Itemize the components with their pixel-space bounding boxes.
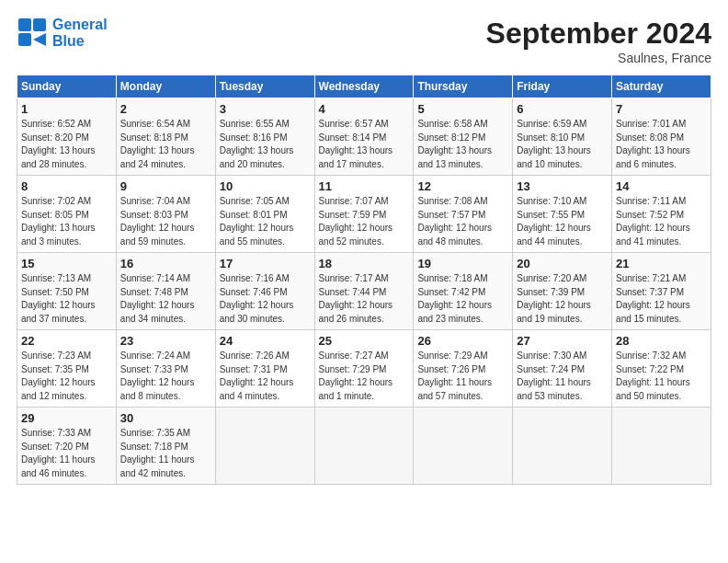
day-info: Sunrise: 6:58 AM Sunset: 8:12 PM Dayligh… (417, 118, 508, 171)
day-cell: 26Sunrise: 7:29 AM Sunset: 7:26 PM Dayli… (414, 330, 513, 408)
day-cell: 15Sunrise: 7:13 AM Sunset: 7:50 PM Dayli… (17, 253, 117, 330)
calendar-table: SundayMondayTuesdayWednesdayThursdayFrid… (17, 75, 711, 485)
week-row-2: 8Sunrise: 7:02 AM Sunset: 8:05 PM Daylig… (17, 176, 711, 253)
day-info: Sunrise: 7:08 AM Sunset: 7:57 PM Dayligh… (417, 195, 508, 248)
day-info: Sunrise: 6:59 AM Sunset: 8:10 PM Dayligh… (517, 118, 608, 171)
logo-icon (17, 17, 50, 50)
day-number: 6 (517, 102, 608, 116)
day-number: 7 (616, 102, 707, 116)
day-cell (215, 408, 314, 485)
day-cell (414, 408, 513, 485)
day-cell (513, 408, 612, 485)
day-cell: 6Sunrise: 6:59 AM Sunset: 8:10 PM Daylig… (513, 98, 612, 176)
week-row-4: 22Sunrise: 7:23 AM Sunset: 7:35 PM Dayli… (17, 330, 711, 408)
subtitle: Saulnes, France (486, 51, 711, 65)
day-info: Sunrise: 6:54 AM Sunset: 8:18 PM Dayligh… (120, 118, 211, 171)
day-number: 4 (319, 102, 410, 116)
day-info: Sunrise: 7:27 AM Sunset: 7:29 PM Dayligh… (319, 350, 410, 403)
day-number: 9 (120, 179, 211, 193)
day-info: Sunrise: 7:24 AM Sunset: 7:33 PM Dayligh… (120, 350, 211, 403)
day-number: 28 (616, 334, 707, 348)
day-cell: 2Sunrise: 6:54 AM Sunset: 8:18 PM Daylig… (116, 98, 215, 176)
month-title: September 2024 (486, 17, 711, 51)
day-info: Sunrise: 7:02 AM Sunset: 8:05 PM Dayligh… (21, 195, 112, 248)
day-info: Sunrise: 7:05 AM Sunset: 8:01 PM Dayligh… (220, 195, 311, 248)
day-number: 8 (21, 179, 112, 193)
day-number: 18 (319, 257, 410, 270)
day-number: 10 (220, 179, 311, 193)
day-info: Sunrise: 7:16 AM Sunset: 7:46 PM Dayligh… (220, 272, 311, 326)
day-info: Sunrise: 7:10 AM Sunset: 7:55 PM Dayligh… (517, 195, 608, 248)
day-cell: 18Sunrise: 7:17 AM Sunset: 7:44 PM Dayli… (314, 253, 414, 330)
week-row-5: 29Sunrise: 7:33 AM Sunset: 7:20 PM Dayli… (17, 408, 711, 485)
day-cell: 3Sunrise: 6:55 AM Sunset: 8:16 PM Daylig… (215, 98, 314, 176)
day-info: Sunrise: 7:32 AM Sunset: 7:22 PM Dayligh… (616, 350, 707, 403)
day-number: 5 (417, 102, 508, 116)
svg-rect-0 (18, 18, 31, 31)
col-header-saturday: Saturday (612, 75, 711, 98)
day-number: 16 (120, 257, 211, 270)
day-info: Sunrise: 7:04 AM Sunset: 8:03 PM Dayligh… (120, 195, 211, 248)
day-info: Sunrise: 7:07 AM Sunset: 7:59 PM Dayligh… (319, 195, 410, 248)
col-header-friday: Friday (513, 75, 612, 98)
day-cell: 27Sunrise: 7:30 AM Sunset: 7:24 PM Dayli… (513, 330, 612, 408)
day-cell: 25Sunrise: 7:27 AM Sunset: 7:29 PM Dayli… (314, 330, 414, 408)
day-info: Sunrise: 7:30 AM Sunset: 7:24 PM Dayligh… (517, 350, 608, 403)
day-number: 20 (517, 257, 608, 270)
day-cell (314, 408, 414, 485)
day-cell: 20Sunrise: 7:20 AM Sunset: 7:39 PM Dayli… (513, 253, 612, 330)
day-info: Sunrise: 7:33 AM Sunset: 7:20 PM Dayligh… (21, 427, 112, 480)
day-cell: 10Sunrise: 7:05 AM Sunset: 8:01 PM Dayli… (215, 176, 314, 253)
day-cell: 23Sunrise: 7:24 AM Sunset: 7:33 PM Dayli… (116, 330, 215, 408)
day-info: Sunrise: 7:18 AM Sunset: 7:42 PM Dayligh… (417, 272, 508, 326)
day-number: 30 (120, 411, 211, 425)
day-cell: 11Sunrise: 7:07 AM Sunset: 7:59 PM Dayli… (314, 176, 414, 253)
week-row-3: 15Sunrise: 7:13 AM Sunset: 7:50 PM Dayli… (17, 253, 711, 330)
day-number: 22 (21, 334, 112, 348)
day-cell: 17Sunrise: 7:16 AM Sunset: 7:46 PM Dayli… (215, 253, 314, 330)
col-header-thursday: Thursday (414, 75, 513, 98)
day-cell: 16Sunrise: 7:14 AM Sunset: 7:48 PM Dayli… (116, 253, 215, 330)
col-header-tuesday: Tuesday (215, 75, 314, 98)
day-info: Sunrise: 7:14 AM Sunset: 7:48 PM Dayligh… (120, 272, 211, 326)
day-cell: 28Sunrise: 7:32 AM Sunset: 7:22 PM Dayli… (612, 330, 711, 408)
day-cell: 9Sunrise: 7:04 AM Sunset: 8:03 PM Daylig… (116, 176, 215, 253)
day-cell (612, 408, 711, 485)
day-info: Sunrise: 7:01 AM Sunset: 8:08 PM Dayligh… (616, 118, 707, 171)
day-cell: 21Sunrise: 7:21 AM Sunset: 7:37 PM Dayli… (612, 253, 711, 330)
day-number: 12 (417, 179, 508, 193)
day-info: Sunrise: 6:57 AM Sunset: 8:14 PM Dayligh… (319, 118, 410, 171)
day-info: Sunrise: 7:13 AM Sunset: 7:50 PM Dayligh… (21, 272, 112, 326)
title-block: September 2024 Saulnes, France (486, 17, 711, 65)
col-header-wednesday: Wednesday (314, 75, 414, 98)
day-number: 23 (120, 334, 211, 348)
col-header-sunday: Sunday (17, 75, 117, 98)
day-number: 17 (220, 257, 311, 270)
day-info: Sunrise: 7:20 AM Sunset: 7:39 PM Dayligh… (517, 272, 608, 326)
day-info: Sunrise: 7:29 AM Sunset: 7:26 PM Dayligh… (417, 350, 508, 403)
day-cell: 1Sunrise: 6:52 AM Sunset: 8:20 PM Daylig… (17, 98, 117, 176)
svg-marker-3 (33, 33, 46, 46)
day-cell: 4Sunrise: 6:57 AM Sunset: 8:14 PM Daylig… (314, 98, 414, 176)
day-info: Sunrise: 7:35 AM Sunset: 7:18 PM Dayligh… (120, 427, 211, 480)
day-number: 3 (220, 102, 311, 116)
day-info: Sunrise: 7:21 AM Sunset: 7:37 PM Dayligh… (616, 272, 707, 326)
day-cell: 5Sunrise: 6:58 AM Sunset: 8:12 PM Daylig… (414, 98, 513, 176)
day-info: Sunrise: 6:52 AM Sunset: 8:20 PM Dayligh… (21, 118, 112, 171)
header: General Blue September 2024 Saulnes, Fra… (17, 17, 711, 65)
day-number: 13 (517, 179, 608, 193)
day-number: 1 (21, 102, 112, 116)
day-number: 2 (120, 102, 211, 116)
day-number: 19 (417, 257, 508, 270)
day-number: 24 (220, 334, 311, 348)
day-cell: 12Sunrise: 7:08 AM Sunset: 7:57 PM Dayli… (414, 176, 513, 253)
day-info: Sunrise: 6:55 AM Sunset: 8:16 PM Dayligh… (220, 118, 311, 171)
day-cell: 30Sunrise: 7:35 AM Sunset: 7:18 PM Dayli… (116, 408, 215, 485)
day-info: Sunrise: 7:11 AM Sunset: 7:52 PM Dayligh… (616, 195, 707, 248)
day-number: 29 (21, 411, 112, 425)
day-cell: 8Sunrise: 7:02 AM Sunset: 8:05 PM Daylig… (17, 176, 117, 253)
header-row: SundayMondayTuesdayWednesdayThursdayFrid… (17, 75, 711, 98)
day-info: Sunrise: 7:17 AM Sunset: 7:44 PM Dayligh… (319, 272, 410, 326)
day-number: 27 (517, 334, 608, 348)
day-number: 26 (417, 334, 508, 348)
